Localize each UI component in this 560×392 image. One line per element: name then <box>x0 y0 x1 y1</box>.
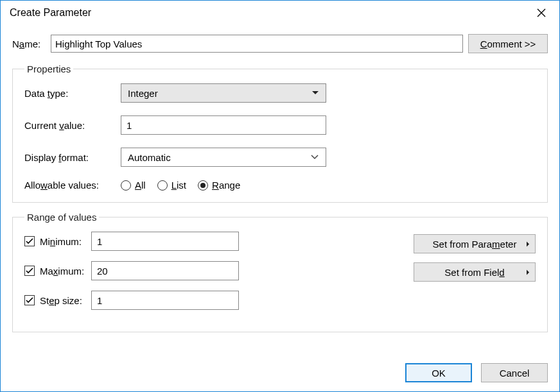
current-value-label: Current value: <box>24 120 121 131</box>
current-value-input[interactable] <box>121 115 326 135</box>
name-input[interactable] <box>51 35 463 53</box>
allowable-range-radio[interactable]: Range <box>198 180 240 191</box>
allowable-all-radio[interactable]: All <box>121 180 146 191</box>
chevron-right-icon <box>526 239 530 250</box>
minimum-input[interactable] <box>91 232 239 251</box>
display-format-label: Display format: <box>24 152 121 163</box>
comment-button[interactable]: Comment >> <box>468 34 548 53</box>
range-group: Range of values Minimum: Maximum: St <box>12 212 548 332</box>
chevron-right-icon <box>526 267 530 278</box>
name-label: Name: <box>12 38 46 49</box>
step-size-checkbox[interactable] <box>24 295 35 305</box>
maximum-checkbox[interactable] <box>24 266 35 276</box>
allowable-list-radio[interactable]: List <box>157 180 186 191</box>
set-from-field-button[interactable]: Set from Field <box>414 262 536 282</box>
close-icon[interactable] <box>529 3 554 22</box>
allowable-values-label: Allowable values: <box>24 180 121 191</box>
minimum-label: Minimum: <box>40 236 82 247</box>
radio-icon <box>121 180 131 191</box>
dialog-footer: OK Cancel <box>1 359 559 391</box>
radio-icon <box>198 180 208 191</box>
name-row: Name: Comment >> <box>12 34 548 53</box>
maximum-input[interactable] <box>91 261 239 280</box>
ok-button[interactable]: OK <box>405 363 472 382</box>
properties-legend: Properties <box>24 64 73 74</box>
step-size-label: Step size: <box>40 295 82 306</box>
titlebar: Create Parameter <box>1 1 559 25</box>
cancel-button[interactable]: Cancel <box>481 363 548 382</box>
step-size-input[interactable] <box>91 291 239 310</box>
data-type-value: Integer <box>128 88 158 99</box>
data-type-dropdown[interactable]: Integer <box>121 83 326 103</box>
create-parameter-dialog: Create Parameter Name: Comment >> Proper… <box>0 0 560 392</box>
chevron-down-icon <box>310 154 319 160</box>
range-legend: Range of values <box>24 212 99 223</box>
display-format-dropdown[interactable]: Automatic <box>121 148 326 167</box>
set-from-parameter-button[interactable]: Set from Parameter <box>414 234 536 253</box>
chevron-down-icon <box>311 90 319 96</box>
window-title: Create Parameter <box>10 7 529 19</box>
data-type-label: Data type: <box>24 88 121 99</box>
radio-icon <box>157 180 168 191</box>
maximum-label: Maximum: <box>40 266 84 277</box>
display-format-value: Automatic <box>128 152 171 163</box>
properties-group: Properties Data type: Integer Current va… <box>12 64 548 203</box>
minimum-checkbox[interactable] <box>24 236 35 246</box>
